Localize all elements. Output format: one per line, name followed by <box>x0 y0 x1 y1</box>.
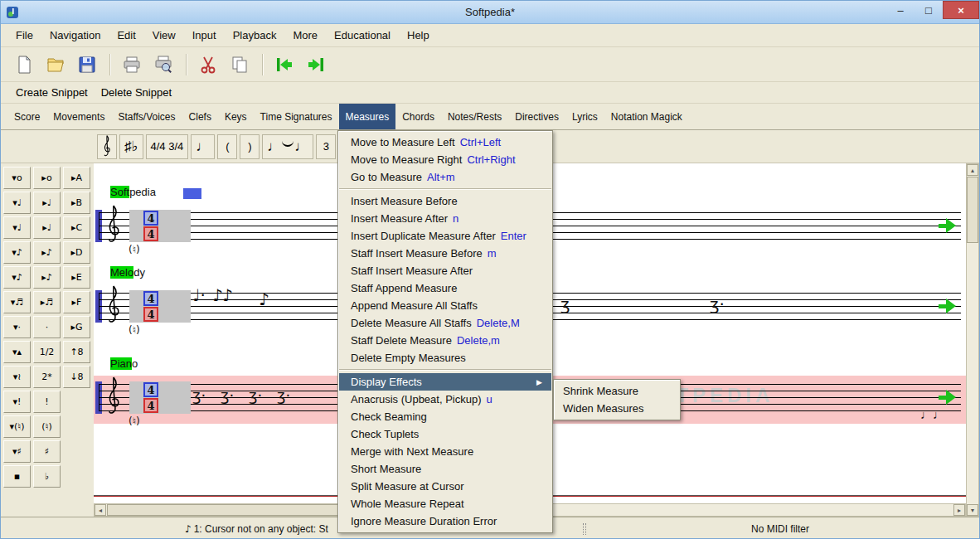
time-signature-button[interactable]: 4/4 3/4 <box>146 134 189 159</box>
titlebar[interactable]: Softpedia* – □ × <box>1 1 979 24</box>
scroll-up-button[interactable]: ▴ <box>967 164 978 176</box>
palette-button[interactable]: ▸♩ <box>33 192 61 214</box>
submenu-item[interactable]: Shrink Measure <box>555 382 679 400</box>
menu-item[interactable] <box>339 367 551 373</box>
note-glyph[interactable]: ♩♩ <box>920 407 945 421</box>
tuplet-button[interactable]: 3 <box>316 134 336 159</box>
menu-item[interactable]: Insert Measure Before <box>339 192 551 210</box>
scroll-right-button[interactable]: ▸ <box>953 504 965 516</box>
scroll-left-button[interactable]: ◂ <box>95 504 106 516</box>
menubar-item[interactable]: Help <box>399 25 438 46</box>
palette-button[interactable]: ▸G <box>63 316 90 338</box>
palette-button[interactable]: 2* <box>33 366 61 388</box>
palette-button[interactable]: ♭ <box>33 465 61 488</box>
menu-item[interactable]: Append Measure All Staffs <box>339 297 551 314</box>
menu-item[interactable]: Go to Measure Alt+m <box>339 168 551 186</box>
selected-measure-region[interactable] <box>129 381 191 414</box>
palette-button[interactable]: ↑8 <box>63 341 90 363</box>
palette-button[interactable]: ▾♪ <box>3 241 31 264</box>
menu-item[interactable]: Staff Insert Measure Before m <box>339 245 551 262</box>
close-button[interactable]: × <box>943 1 979 19</box>
note-glyph[interactable]: ʒ <box>560 294 570 314</box>
menu-item[interactable]: Move to Measure Left Ctrl+Left <box>339 134 551 151</box>
palette-button[interactable]: ▾♯ <box>3 440 31 463</box>
palette-button[interactable]: ! <box>33 391 61 413</box>
menu-item[interactable]: Check Tuplets <box>339 425 551 443</box>
menu-item[interactable]: Insert Duplicate Measure After Enter <box>339 227 551 245</box>
vertical-scrollbar[interactable]: ▴ ▾ <box>966 163 979 517</box>
menu-item[interactable]: Delete Empty Measures <box>339 349 551 367</box>
menubar-item[interactable]: Playback <box>225 25 285 46</box>
menubar-item[interactable]: Navigation <box>41 25 109 46</box>
save-button[interactable] <box>72 51 102 79</box>
mode-tab[interactable]: Keys <box>218 104 254 129</box>
staff-name-label[interactable]: Piano <box>110 357 138 370</box>
rest-glyph[interactable]: ʒ· <box>221 386 234 404</box>
menu-item[interactable]: Move to Measure Right Ctrl+Right <box>339 151 551 168</box>
note-glyph[interactable]: ♪ <box>222 285 233 305</box>
menu-item[interactable]: Whole Measure Repeat <box>339 495 551 512</box>
menu-item[interactable]: Staff Append Measure <box>339 279 551 297</box>
mode-tab[interactable]: Notes/Rests <box>441 104 508 129</box>
menu-item[interactable]: Check Beaming <box>339 408 551 425</box>
note-glyph[interactable]: ♪ <box>259 289 269 309</box>
palette-button[interactable]: ▸♬ <box>33 291 61 313</box>
mode-tab[interactable]: Chords <box>395 104 441 129</box>
menubar-item[interactable]: Edit <box>109 25 143 46</box>
time-signature-denominator[interactable]: 4 <box>143 307 158 322</box>
scroll-down-button[interactable]: ▾ <box>967 504 978 516</box>
mode-tab[interactable]: Measures <box>339 104 396 129</box>
palette-button[interactable]: ▸♩ <box>33 216 61 239</box>
time-signature-numerator[interactable]: 4 <box>143 382 158 397</box>
palette-button[interactable]: ▸F <box>63 291 90 313</box>
rest-glyph[interactable]: ʒ· <box>192 386 206 404</box>
maximize-button[interactable]: □ <box>915 1 943 19</box>
redo-button[interactable] <box>301 51 331 79</box>
palette-button[interactable]: ▸D <box>63 241 90 264</box>
palette-button[interactable]: ▸E <box>63 266 90 289</box>
staff-name-label[interactable]: Softpedia <box>110 186 156 198</box>
palette-button[interactable]: ↓8 <box>63 366 90 388</box>
menu-item[interactable]: Ignore Measure Duration Error <box>339 512 551 530</box>
close-paren-button[interactable]: ) <box>240 134 260 159</box>
palette-button[interactable]: ▾(♮) <box>3 415 31 438</box>
menu-item[interactable]: Staff Insert Measure After <box>339 262 551 279</box>
time-signature-numerator[interactable]: 4 <box>143 291 158 306</box>
submenu-item[interactable]: Widen Measures <box>555 400 679 417</box>
palette-button[interactable]: 1/2 <box>33 341 61 363</box>
menu-item[interactable]: Insert Measure After n <box>339 210 551 227</box>
rest-glyph[interactable]: ʒ· <box>249 386 262 404</box>
mode-tab[interactable]: Time Signatures <box>254 104 339 129</box>
menu-item[interactable]: Display Effects <box>339 373 551 391</box>
snippet-button[interactable]: Create Snippet <box>9 83 95 103</box>
palette-button[interactable]: ♯ <box>33 440 61 463</box>
menu-item[interactable]: Merge with Next Measure <box>339 443 551 460</box>
print-button[interactable] <box>117 51 147 79</box>
menubar-item[interactable]: More <box>284 25 326 46</box>
key-signature-button[interactable]: ♯♭ <box>119 134 143 159</box>
print-preview-button[interactable] <box>148 51 178 79</box>
palette-button[interactable]: ▸B <box>63 192 90 214</box>
menubar-item[interactable]: Input <box>184 25 225 46</box>
menu-item[interactable]: Delete Measure All Staffs Delete,M <box>339 314 551 332</box>
palette-button[interactable]: · <box>33 316 61 338</box>
palette-button[interactable]: ▸♪ <box>33 241 61 264</box>
note-glyph[interactable]: ♪ <box>212 285 223 305</box>
undo-button[interactable] <box>269 51 299 79</box>
mode-tab[interactable]: Staffs/Voices <box>111 104 182 129</box>
selected-measure-region[interactable] <box>129 290 191 323</box>
rest-glyph[interactable]: ʒ· <box>277 386 290 404</box>
menu-item[interactable]: Staff Delete Measure Delete,m <box>339 332 551 349</box>
time-signature-denominator[interactable]: 4 <box>143 226 158 241</box>
menu-item[interactable] <box>339 186 551 192</box>
clef-button[interactable] <box>97 134 117 159</box>
palette-button[interactable]: ▾♩ <box>3 192 31 214</box>
mode-tab[interactable]: Directives <box>508 104 565 129</box>
mode-tab[interactable]: Lyrics <box>565 104 604 129</box>
time-signature-denominator[interactable]: 4 <box>143 398 158 413</box>
menubar-item[interactable]: View <box>144 25 184 46</box>
mode-tab[interactable]: Score <box>7 104 46 129</box>
selected-measure-region[interactable] <box>129 210 191 242</box>
menu-item[interactable]: Anacrusis (Upbeat, Pickup) u <box>339 391 551 408</box>
palette-button[interactable]: ▾♪ <box>3 266 31 289</box>
